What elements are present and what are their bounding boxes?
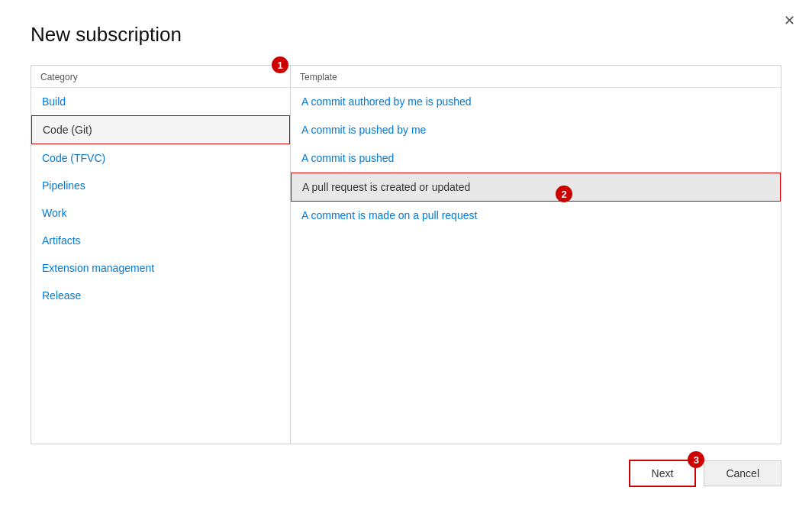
new-subscription-dialog: ✕ New subscription 1 2 Category Build Co… — [0, 0, 812, 510]
category-panel-label: Category — [31, 66, 290, 88]
panels-wrapper: 1 2 Category Build Code (Git) Code (TFVC… — [31, 65, 781, 444]
category-list: Build Code (Git) Code (TFVC) Pipelines W… — [31, 88, 290, 444]
template-panel: Template A commit authored by me is push… — [291, 66, 781, 444]
template-item-pull-request[interactable]: A pull request is created or updated — [291, 173, 781, 202]
category-item-code-git[interactable]: Code (Git) — [31, 115, 290, 144]
category-item-code-tfvc[interactable]: Code (TFVC) — [31, 144, 290, 172]
template-panel-label: Template — [291, 66, 781, 88]
step-badge-2: 2 — [556, 186, 572, 202]
close-button[interactable]: ✕ — [784, 14, 795, 27]
dialog-title: New subscription — [31, 23, 781, 47]
step-badge-1: 1 — [272, 56, 288, 73]
template-item-commit-pushed[interactable]: A commit is pushed — [291, 144, 781, 173]
category-item-extension-management[interactable]: Extension management — [31, 254, 290, 282]
cancel-button[interactable]: Cancel — [704, 460, 781, 486]
category-panel: Category Build Code (Git) Code (TFVC) Pi… — [31, 66, 291, 444]
category-item-artifacts[interactable]: Artifacts — [31, 227, 290, 254]
template-item-commit-authored[interactable]: A commit authored by me is pushed — [291, 88, 781, 116]
template-item-commit-pushed-by-me[interactable]: A commit is pushed by me — [291, 116, 781, 144]
category-item-build[interactable]: Build — [31, 88, 290, 115]
template-item-comment-pull-request[interactable]: A comment is made on a pull request — [291, 202, 781, 230]
category-item-release[interactable]: Release — [31, 282, 290, 309]
category-item-pipelines[interactable]: Pipelines — [31, 172, 290, 199]
template-list: A commit authored by me is pushed A comm… — [291, 88, 781, 444]
content-area: Category Build Code (Git) Code (TFVC) Pi… — [31, 65, 781, 444]
step-badge-3: 3 — [688, 451, 704, 468]
footer: 3 Next Cancel — [31, 444, 781, 487]
category-item-work[interactable]: Work — [31, 199, 290, 227]
next-button[interactable]: Next — [629, 460, 697, 487]
